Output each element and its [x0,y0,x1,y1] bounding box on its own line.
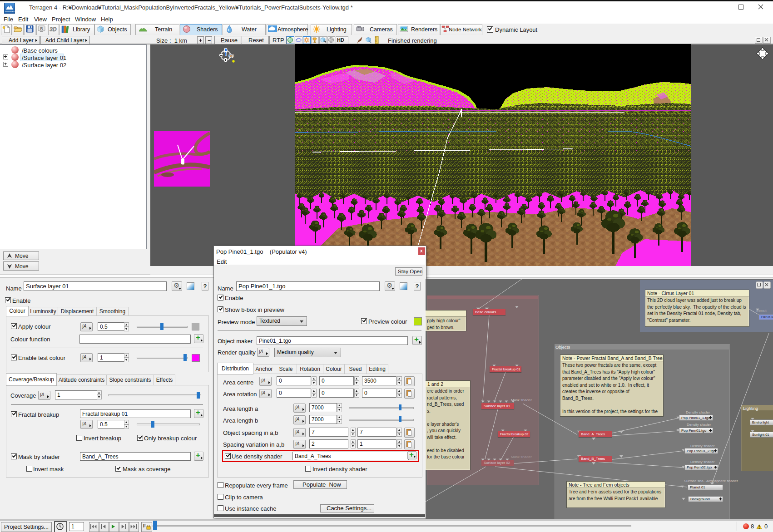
svg-text:3D: 3D [50,26,57,33]
svg-text:TERRAGEN: TERRAGEN [5,10,15,13]
svg-text:R: R [40,26,43,31]
svg-text:90: 90 [229,54,233,58]
